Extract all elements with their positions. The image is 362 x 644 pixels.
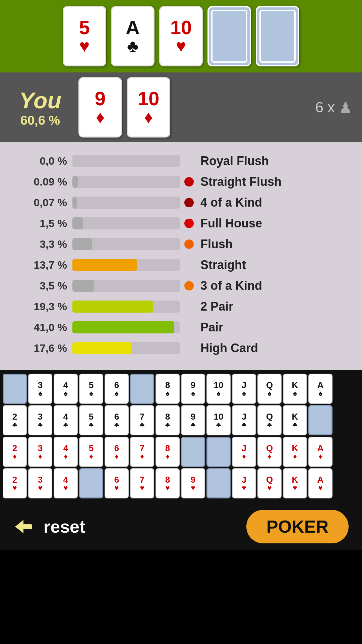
mini-card[interactable]: Q♥ bbox=[257, 468, 282, 498]
mini-card[interactable]: 3♣ bbox=[28, 405, 52, 435]
stat-bar-container bbox=[72, 176, 180, 188]
mini-card[interactable]: 9♠ bbox=[181, 374, 205, 404]
mini-card[interactable]: K♣ bbox=[283, 405, 307, 435]
stat-dot-wrap bbox=[185, 219, 197, 228]
stat-label: Flush bbox=[200, 237, 233, 251]
player-info: You 60,6 % bbox=[10, 87, 70, 128]
stat-percentage: 0,07 % bbox=[13, 197, 67, 209]
stat-row: 3,3 %Flush bbox=[13, 235, 349, 253]
stat-bar bbox=[72, 301, 153, 313]
mini-card[interactable]: 4♣ bbox=[54, 405, 78, 435]
mini-card[interactable]: K♠ bbox=[283, 374, 307, 404]
stat-bar-container bbox=[72, 238, 180, 250]
mini-card[interactable]: Q♣ bbox=[257, 405, 282, 435]
stat-dot bbox=[184, 219, 194, 228]
poker-button[interactable]: POKER bbox=[246, 510, 349, 543]
mini-card[interactable]: J♦ bbox=[232, 437, 256, 467]
mini-card[interactable]: 2♣ bbox=[3, 405, 27, 435]
mini-card[interactable]: 7♦ bbox=[130, 437, 154, 467]
stat-bar-container bbox=[72, 280, 180, 292]
stat-percentage: 0.09 % bbox=[13, 176, 67, 188]
stat-bar-container bbox=[72, 259, 180, 271]
mini-card[interactable]: A♦ bbox=[308, 437, 333, 467]
mini-card[interactable]: 9♣ bbox=[181, 405, 205, 435]
mini-card[interactable]: J♠ bbox=[232, 374, 256, 404]
mini-card[interactable] bbox=[181, 437, 205, 467]
mini-card[interactable]: Q♦ bbox=[257, 437, 282, 467]
mini-card[interactable]: 2♦ bbox=[3, 437, 27, 467]
player-area: You 60,6 % 9♦10♦ 6 x ♟ bbox=[0, 72, 362, 142]
mini-card[interactable]: 6♠ bbox=[105, 374, 129, 404]
mini-card[interactable] bbox=[308, 405, 333, 435]
mini-card[interactable]: 5♠ bbox=[79, 374, 103, 404]
mini-card[interactable] bbox=[206, 437, 231, 467]
card-grid: 3♠4♠5♠6♠8♠9♠10♠J♠Q♠K♠A♠2♣3♣4♣5♣6♣7♣8♣9♣1… bbox=[0, 370, 362, 503]
community-card: 10♥ bbox=[159, 6, 203, 66]
player-name: You bbox=[19, 87, 61, 113]
opponents-label: x bbox=[327, 99, 335, 116]
mini-card[interactable]: 6♣ bbox=[105, 405, 129, 435]
community-card: 5♥ bbox=[63, 6, 106, 66]
community-area: 5♥A♣10♥ bbox=[0, 0, 362, 72]
mini-card[interactable] bbox=[130, 374, 154, 404]
player-percentage: 60,6 % bbox=[20, 113, 60, 128]
mini-card[interactable]: 10♠ bbox=[206, 374, 231, 404]
stat-bar-container bbox=[72, 155, 180, 167]
mini-card[interactable]: A♠ bbox=[308, 374, 333, 404]
mini-card[interactable]: Q♠ bbox=[257, 374, 282, 404]
stat-bar-container bbox=[72, 301, 180, 313]
stat-dot bbox=[184, 281, 194, 290]
mini-card[interactable]: 4♦ bbox=[54, 437, 78, 467]
stat-row: 13,7 %Straight bbox=[13, 256, 349, 274]
stat-label: Pair bbox=[200, 320, 223, 334]
mini-card[interactable]: 2♥ bbox=[3, 468, 27, 498]
mini-card[interactable]: 8♠ bbox=[156, 374, 180, 404]
mini-card[interactable]: 8♦ bbox=[156, 437, 180, 467]
mini-card[interactable]: 6♥ bbox=[105, 468, 129, 498]
stat-percentage: 3,5 % bbox=[13, 280, 67, 292]
opponents-badge: 6 x ♟ bbox=[315, 99, 352, 116]
mini-card[interactable]: A♥ bbox=[308, 468, 333, 498]
mini-card[interactable] bbox=[79, 468, 103, 498]
mini-card[interactable]: 5♦ bbox=[79, 437, 103, 467]
stat-percentage: 0,0 % bbox=[13, 155, 67, 167]
back-button[interactable] bbox=[13, 518, 34, 535]
mini-card[interactable]: 3♠ bbox=[28, 374, 52, 404]
mini-card[interactable]: 7♥ bbox=[130, 468, 154, 498]
stat-row: 1,5 %Full House bbox=[13, 215, 349, 232]
stat-label: Full House bbox=[200, 216, 262, 230]
mini-card[interactable]: 8♣ bbox=[156, 405, 180, 435]
stat-bar bbox=[72, 238, 92, 250]
opponents-count: 6 bbox=[315, 99, 323, 116]
mini-card[interactable]: 5♣ bbox=[79, 405, 103, 435]
mini-card[interactable]: 3♥ bbox=[28, 468, 52, 498]
mini-card[interactable]: 4♠ bbox=[54, 374, 78, 404]
pawn-icon: ♟ bbox=[339, 99, 352, 116]
community-card: A♣ bbox=[111, 6, 155, 66]
mini-card[interactable]: J♣ bbox=[232, 405, 256, 435]
mini-card[interactable]: 7♣ bbox=[130, 405, 154, 435]
stat-percentage: 19,3 % bbox=[13, 301, 67, 313]
mini-card[interactable]: 6♦ bbox=[105, 437, 129, 467]
bottom-bar: reset POKER bbox=[0, 503, 362, 550]
player-card: 10♦ bbox=[127, 77, 170, 138]
stat-bar bbox=[72, 217, 83, 229]
mini-card[interactable]: K♥ bbox=[283, 468, 307, 498]
svg-marker-0 bbox=[15, 520, 23, 533]
mini-card[interactable] bbox=[3, 374, 27, 404]
mini-card[interactable]: 9♥ bbox=[181, 468, 205, 498]
mini-card[interactable]: 3♦ bbox=[28, 437, 52, 467]
stat-row: 19,3 %2 Pair bbox=[13, 298, 349, 315]
stat-row: 0.09 %Straight Flush bbox=[13, 173, 349, 191]
mini-card[interactable]: 4♥ bbox=[54, 468, 78, 498]
stat-row: 17,6 %High Card bbox=[13, 339, 349, 357]
mini-card[interactable]: K♦ bbox=[283, 437, 307, 467]
stat-dot-wrap bbox=[185, 239, 197, 249]
mini-card[interactable]: 10♣ bbox=[206, 405, 231, 435]
mini-card[interactable] bbox=[206, 468, 231, 498]
community-card bbox=[207, 6, 251, 66]
stat-bar-container bbox=[72, 197, 180, 209]
mini-card[interactable]: J♥ bbox=[232, 468, 256, 498]
mini-card[interactable]: 8♥ bbox=[156, 468, 180, 498]
svg-rect-1 bbox=[23, 524, 32, 529]
